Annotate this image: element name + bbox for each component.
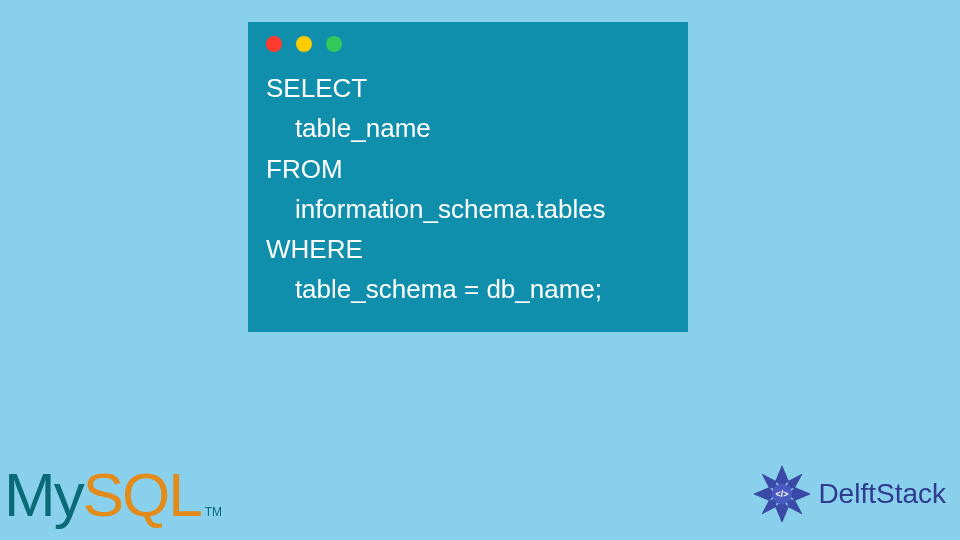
code-window: SELECT table_name FROM information_schem… [248, 22, 688, 332]
sql-code-block: SELECT table_name FROM information_schem… [266, 68, 670, 310]
close-dot-icon [266, 36, 282, 52]
svg-text:</>: </> [776, 489, 789, 499]
delftstack-logo-text: DelftStack [818, 478, 946, 510]
mysql-logo-my: My [4, 459, 83, 530]
maximize-dot-icon [326, 36, 342, 52]
window-traffic-lights [266, 36, 670, 52]
delftstack-emblem-icon: </> [750, 462, 814, 526]
mysql-logo-sql: SQL [83, 459, 201, 530]
delftstack-logo: </> DelftStack [750, 462, 946, 526]
mysql-logo: MySQLTM [4, 459, 222, 530]
minimize-dot-icon [296, 36, 312, 52]
mysql-logo-tm: TM [205, 505, 222, 519]
